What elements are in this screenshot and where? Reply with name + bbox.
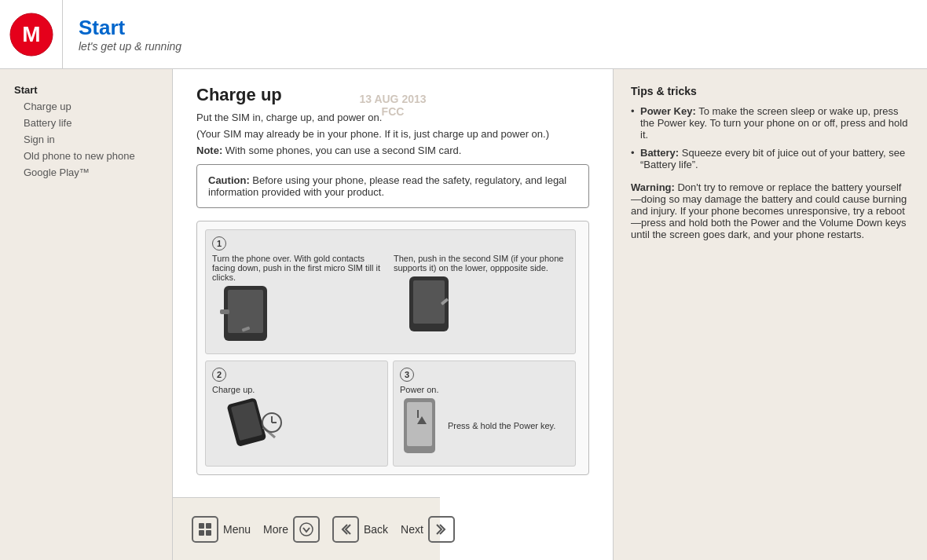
steps-row-2: 2 Charge up. — [205, 361, 581, 467]
sim-insert-2-icon — [394, 273, 464, 335]
main-inner: Charge up Put the SIM in, charge up, and… — [173, 69, 613, 497]
warning-label: Warning: — [631, 181, 675, 193]
charge-icon — [212, 394, 291, 457]
svg-text:M: M — [22, 22, 40, 46]
step-1-block: 1 Turn the phone over. With gold contact… — [205, 229, 576, 354]
back-icon — [332, 516, 359, 543]
bottom-nav: Menu More Back — [173, 497, 440, 560]
back-label: Back — [364, 523, 388, 536]
note-text: With some phones, you can use a second S… — [225, 145, 462, 156]
svg-rect-21 — [199, 530, 204, 536]
svg-rect-22 — [206, 530, 211, 536]
charge-desc-1: Put the SIM in, charge up, and power on. — [196, 112, 589, 123]
tips-item-1: Power Key: To make the screen sleep or w… — [631, 105, 910, 141]
sidebar-item-sign-in[interactable]: Sign in — [8, 131, 164, 148]
menu-label: Menu — [223, 523, 251, 536]
next-button[interactable]: Next — [394, 513, 461, 546]
svg-rect-4 — [220, 309, 229, 314]
svg-point-23 — [300, 523, 313, 536]
svg-rect-18 — [417, 410, 419, 418]
main-layout: Start Charge up Battery life Sign in Old… — [0, 69, 927, 560]
sidebar-item-old-phone[interactable]: Old phone to new phone — [8, 148, 164, 164]
step-2-text: Charge up. — [212, 385, 381, 394]
tips-list: Power Key: To make the screen sleep or w… — [631, 105, 910, 170]
back-button[interactable]: Back — [326, 513, 394, 546]
note-label: Note: — [196, 145, 222, 156]
next-icon — [428, 516, 455, 543]
sidebar-item-charge-up[interactable]: Charge up — [8, 98, 164, 115]
step-1-text1: Turn the phone over. With gold contacts … — [212, 254, 387, 282]
chevron-right-icon — [434, 522, 449, 537]
header: M Start let's get up & running — [0, 0, 927, 69]
chevron-down-icon — [299, 522, 314, 537]
step-3-text: Power on. — [400, 385, 569, 394]
step-3-block: 3 Power on. Press & hold the Power key. — [393, 361, 576, 467]
power-phone-icon — [400, 394, 443, 457]
sidebar-item-start[interactable]: Start — [8, 82, 164, 98]
warning-section: Warning: Don't try to remove or replace … — [631, 181, 910, 240]
more-icon — [293, 516, 320, 543]
charge-note: Note: With some phones, you can use a se… — [196, 145, 589, 156]
main-content: 13 AUG 2013 FCC Charge up Put the SIM in… — [173, 69, 613, 560]
caution-label: Caution: — [208, 174, 250, 186]
more-button[interactable]: More — [257, 513, 326, 546]
step-1-text2: Then, push in the second SIM (if your ph… — [394, 254, 569, 273]
next-label: Next — [401, 523, 423, 536]
step-3-number: 3 — [400, 368, 414, 382]
section-title: Charge up — [196, 85, 589, 105]
svg-rect-19 — [199, 523, 204, 529]
tips-panel: Tips & tricks Power Key: To make the scr… — [613, 69, 927, 560]
tips-item-2-label: Battery: — [640, 147, 679, 159]
step-3-subtext: Press & hold the Power key. — [448, 421, 555, 430]
page-subtitle: let's get up & running — [79, 40, 181, 53]
tips-item-2-text: Squeeze every bit of juice out of your b… — [640, 147, 905, 170]
steps-row-1: 1 Turn the phone over. With gold contact… — [205, 229, 581, 354]
sidebar: Start Charge up Battery life Sign in Old… — [0, 69, 173, 560]
svg-rect-3 — [228, 290, 263, 333]
step-2-block: 2 Charge up. — [205, 361, 388, 467]
sidebar-item-google-play[interactable]: Google Play™ — [8, 164, 164, 181]
tips-item-1-label: Power Key: — [640, 105, 696, 117]
more-label: More — [263, 523, 288, 536]
tips-title: Tips & tricks — [631, 85, 910, 97]
tips-item-2: Battery: Squeeze every bit of juice out … — [631, 147, 910, 170]
page-title: Start — [79, 16, 181, 40]
header-text: Start let's get up & running — [63, 16, 181, 53]
chevron-left-icon — [338, 522, 354, 537]
svg-rect-7 — [413, 280, 445, 324]
caution-text: Before using your phone, please read the… — [208, 174, 566, 198]
sim-insert-icon — [212, 282, 283, 345]
logo-area: M — [0, 0, 63, 69]
menu-button[interactable]: Menu — [185, 513, 257, 546]
grid-icon — [197, 522, 213, 537]
step-2-number: 2 — [212, 368, 226, 382]
steps-area: 1 Turn the phone over. With gold contact… — [196, 221, 589, 475]
sidebar-item-battery-life[interactable]: Battery life — [8, 115, 164, 131]
caution-box: Caution: Before using your phone, please… — [196, 164, 589, 208]
menu-icon — [192, 516, 218, 543]
svg-rect-20 — [206, 523, 211, 529]
step-1-number: 1 — [212, 236, 226, 251]
charge-desc-2: (Your SIM may already be in your phone. … — [196, 128, 589, 140]
motorola-logo-icon: M — [9, 13, 53, 57]
